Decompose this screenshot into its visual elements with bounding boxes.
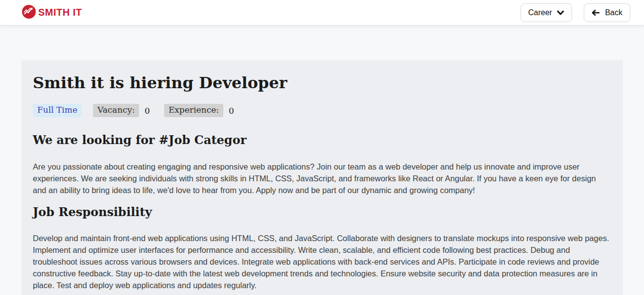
arrow-left-icon xyxy=(592,9,600,16)
job-title: Smith it is hiering Developer xyxy=(33,74,611,92)
experience-label-badge: Experience: xyxy=(164,104,223,117)
back-button-label: Back xyxy=(605,8,622,17)
chevron-down-icon xyxy=(557,10,564,15)
job-responsibility-heading: Job Responsibility xyxy=(33,205,611,219)
looking-for-heading: We are looking for #Job Categor xyxy=(33,133,611,147)
job-posting-card: Smith it is hiering Developer Full Time … xyxy=(22,60,623,295)
navbar-actions: Career Back xyxy=(521,3,630,22)
job-meta-badges: Full Time Vacancy: 0 Experience: 0 xyxy=(33,104,611,117)
job-responsibility-text: Develop and maintain front-end web appli… xyxy=(33,232,611,291)
experience-count: 0 xyxy=(229,106,234,116)
top-navbar: SMITH IT Career Back xyxy=(0,0,644,25)
page-content: Smith it is hiering Developer Full Time … xyxy=(0,25,644,295)
trending-up-circle-icon xyxy=(22,4,36,21)
brand-name: SMITH IT xyxy=(38,7,82,18)
brand-logo[interactable]: SMITH IT xyxy=(22,4,82,21)
career-dropdown-button[interactable]: Career xyxy=(521,3,572,22)
vacancy-count: 0 xyxy=(144,106,150,116)
looking-for-text: Are you passionate about creating engagi… xyxy=(33,161,611,196)
vacancy-label-badge: Vacancy: xyxy=(93,104,139,117)
back-button[interactable]: Back xyxy=(584,3,630,22)
career-dropdown-label: Career xyxy=(528,8,552,17)
employment-type-badge: Full Time xyxy=(33,104,82,117)
